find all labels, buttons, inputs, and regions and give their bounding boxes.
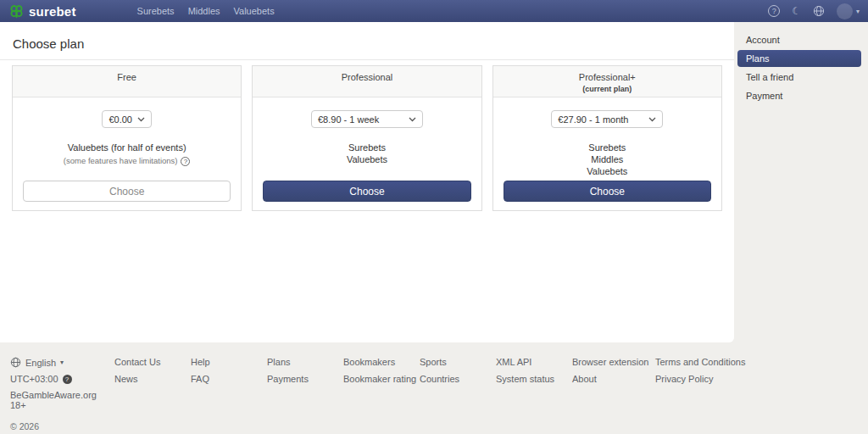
nav-link-middles[interactable]: Middles	[188, 6, 220, 16]
main-panel: Choose plan Free €0.00 Valuebets (for h	[0, 22, 734, 342]
settings-sidebar: Account Plans Tell a friend Payment	[734, 22, 868, 342]
plan-title: Professional+	[493, 72, 721, 82]
sidebar-item-payment[interactable]: Payment	[737, 87, 861, 104]
sidebar-item-tell-a-friend[interactable]: Tell a friend	[737, 69, 861, 86]
plan-features: Valuebets (for half of events) (some fea…	[64, 142, 191, 167]
user-menu[interactable]: ▾	[837, 3, 860, 19]
nav-link-surebets[interactable]: Surebets	[137, 6, 175, 16]
footer-link-payments[interactable]: Payments	[267, 374, 343, 384]
footer-link-countries[interactable]: Countries	[420, 374, 496, 384]
gamble-aware-row: BeGambleAware.org 18+	[10, 390, 114, 410]
app-root: surebet Surebets Middles Valuebets ? ☾ ▾	[0, 0, 868, 434]
footer-meta: English ▾ UTC+03:00 ? BeGambleAware.org …	[10, 357, 114, 434]
plan-header: Professional+ (current plan)	[493, 66, 721, 97]
footer-link-sports[interactable]: Sports	[420, 357, 496, 367]
feature-item: Valuebets	[347, 153, 387, 165]
nav-link-valuebets[interactable]: Valuebets	[234, 6, 275, 16]
timezone-label: UTC+03:00	[10, 374, 58, 384]
top-navbar: surebet Surebets Middles Valuebets ? ☾ ▾	[0, 0, 868, 22]
footer-col-5: Sports Countries	[420, 357, 496, 434]
chevron-down-icon	[648, 117, 656, 122]
footer-col-2: Help FAQ	[191, 357, 267, 434]
chevron-down-icon: ▾	[60, 359, 64, 366]
timezone-info-icon[interactable]: ?	[63, 375, 72, 384]
plan-card-professional: Professional €8.90 - 1 week Surebets Val…	[252, 65, 481, 211]
main-nav: Surebets Middles Valuebets	[137, 6, 275, 16]
brand-logo[interactable]: surebet	[8, 3, 76, 19]
help-icon[interactable]: ?	[768, 5, 780, 17]
content-row: Choose plan Free €0.00 Valuebets (for h	[0, 22, 868, 342]
footer-link-bookmakers[interactable]: Bookmakers	[343, 357, 420, 367]
gamble-aware-label[interactable]: BeGambleAware.org 18+	[10, 390, 114, 410]
footer-col-6: XML API System status	[496, 357, 572, 434]
avatar	[837, 3, 853, 19]
footer-col-3: Plans Payments	[267, 357, 343, 434]
note-text: (some features have limitations)	[64, 155, 178, 167]
plan-features: Surebets Middles Valuebets	[587, 142, 627, 177]
page-footer: English ▾ UTC+03:00 ? BeGambleAware.org …	[0, 342, 868, 434]
plan-card-professional-plus: Professional+ (current plan) €27.90 - 1 …	[492, 65, 722, 211]
footer-links: Contact Us News Help FAQ Plans Payments …	[114, 357, 738, 434]
footer-link-help[interactable]: Help	[191, 357, 267, 367]
price-value: €8.90 - 1 week	[318, 114, 379, 125]
footer-link-news[interactable]: News	[114, 374, 191, 384]
footer-link-xml-api[interactable]: XML API	[496, 357, 572, 367]
plan-header: Free	[13, 66, 241, 97]
timezone-row: UTC+03:00 ?	[10, 374, 114, 384]
divider	[0, 59, 734, 60]
page-title: Choose plan	[13, 36, 722, 51]
feature-item: Valuebets (for half of events)	[64, 142, 191, 153]
plan-body: €27.90 - 1 month Surebets Middles Valueb…	[493, 97, 721, 210]
footer-col-7: Browser extension About	[572, 357, 655, 434]
plan-title: Professional	[253, 72, 481, 82]
brand-name: surebet	[29, 4, 76, 19]
footer-link-terms[interactable]: Terms and Conditions	[655, 357, 738, 367]
language-globe-icon[interactable]	[813, 5, 825, 17]
feature-item: Middles	[587, 153, 627, 165]
sidebar-item-plans[interactable]: Plans	[737, 50, 861, 67]
footer-link-faq[interactable]: FAQ	[191, 374, 267, 384]
footer-col-1: Contact Us News	[114, 357, 191, 434]
navbar-right: ? ☾ ▾	[768, 3, 860, 19]
footer-link-about[interactable]: About	[572, 374, 655, 384]
footer-link-system-status[interactable]: System status	[496, 374, 572, 384]
choose-professional-plus-button[interactable]: Choose	[504, 181, 711, 202]
feature-item: Surebets	[347, 142, 387, 153]
plan-features: Surebets Valuebets	[347, 142, 387, 165]
footer-col-4: Bookmakers Bookmaker rating	[343, 357, 420, 434]
plan-card-free: Free €0.00 Valuebets (for half of events…	[12, 65, 242, 211]
footer-link-bookmaker-rating[interactable]: Bookmaker rating	[343, 374, 420, 384]
footer-link-privacy[interactable]: Privacy Policy	[655, 374, 738, 384]
footer-link-browser-extension[interactable]: Browser extension	[572, 357, 655, 367]
language-selector[interactable]: English ▾	[10, 357, 114, 368]
price-value: €27.90 - 1 month	[558, 114, 628, 125]
copyright: © 2026	[10, 421, 114, 431]
plan-body: €0.00 Valuebets (for half of events) (so…	[13, 97, 241, 210]
language-label: English	[25, 358, 56, 368]
feature-item: Surebets	[587, 142, 627, 153]
chevron-down-icon	[137, 117, 145, 122]
current-plan-badge: (current plan)	[493, 85, 721, 93]
price-select[interactable]: €0.00	[102, 110, 152, 128]
dark-mode-moon-icon[interactable]: ☾	[792, 5, 801, 17]
price-select[interactable]: €8.90 - 1 week	[311, 110, 423, 128]
choose-free-button[interactable]: Choose	[23, 181, 231, 202]
price-value: €0.00	[108, 114, 132, 125]
footer-link-contact-us[interactable]: Contact Us	[114, 357, 191, 367]
globe-icon	[10, 357, 21, 368]
sidebar-item-account[interactable]: Account	[737, 31, 861, 48]
plan-cards: Free €0.00 Valuebets (for half of events…	[12, 65, 722, 211]
chevron-down-icon	[409, 117, 416, 122]
footer-link-plans[interactable]: Plans	[267, 357, 343, 367]
clover-icon	[8, 3, 25, 19]
question-circle-icon[interactable]: ?	[181, 157, 190, 166]
plan-note: (some features have limitations) ?	[64, 155, 191, 167]
price-select[interactable]: €27.90 - 1 month	[551, 110, 663, 128]
feature-item: Valuebets	[587, 165, 627, 177]
footer-col-8: Terms and Conditions Privacy Policy	[655, 357, 738, 434]
plan-body: €8.90 - 1 week Surebets Valuebets Choose	[253, 97, 481, 210]
plan-header: Professional	[253, 66, 481, 97]
choose-professional-button[interactable]: Choose	[263, 181, 470, 202]
plan-title: Free	[13, 72, 241, 82]
chevron-down-icon: ▾	[856, 8, 860, 15]
